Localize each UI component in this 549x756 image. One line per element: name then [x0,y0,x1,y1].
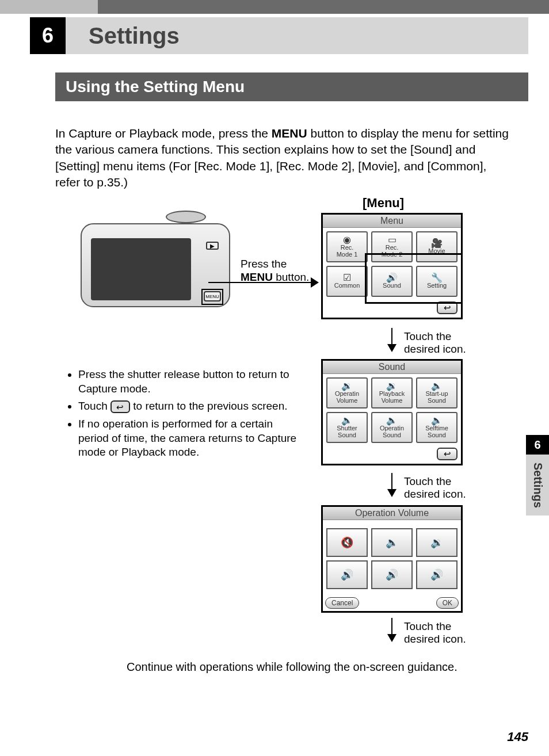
volume-level-1[interactable]: 🔈 [371,528,413,557]
press-line1: Press the [241,258,287,270]
opvol-screen-title: Operation Volume [323,507,461,520]
operation-volume-screen: Operation Volume 🔇 🔈 🔉 🔊 🔊 🔊 Cancel OK [321,505,463,613]
arrow-right-icon [208,282,318,283]
tip-2: Touch ↩ to return to the previous screen… [78,399,297,414]
volume-level-3[interactable]: 🔊 [326,560,368,589]
intro-pre: In Capture or Playback mode, press the [55,127,272,140]
ok-button[interactable]: OK [436,597,459,609]
camera-illustration: ▶ MENU [81,213,236,311]
speaker-icon: 🔈 [341,416,353,425]
tips-list: Press the shutter release button to retu… [55,368,297,463]
sound-screen-title: Sound [323,361,461,374]
speaker-icon: 🔈 [431,416,443,425]
press-menu-label: Press the MENU button. [241,258,309,284]
movie-icon: 🎥 [431,239,443,248]
tile-label: Sound [428,398,446,404]
tile-rec-mode-1[interactable]: ◉Rec.Mode 1 [326,231,368,262]
menu-word: MENU [272,127,307,140]
frame-icon: ▭ [388,235,396,245]
volume-level-4[interactable]: 🔊 [371,560,413,589]
arrow-down-icon [391,473,392,496]
tile-label: Sound [428,432,446,439]
continue-note: Continue with operations while following… [127,660,458,674]
touch-line1: Touch the [404,330,451,342]
touch-hint-1: Touch the desired icon. [404,330,466,356]
tile-label: Mode 1 [337,251,358,258]
press-line2b: button. [273,271,309,283]
tile-label: Common [334,282,360,289]
volume-level-5[interactable]: 🔊 [416,560,458,589]
tile-startup-sound[interactable]: 🔈Start-upSound [416,377,458,408]
side-tab-label: Settings [526,455,549,516]
tile-label: Volume [382,398,403,404]
chapter-number: 6 [30,17,66,54]
arrow-down-icon [391,618,392,641]
menu-button-highlight [201,289,223,305]
tip-2a: Touch [78,400,110,412]
arrow-down-icon [391,328,392,351]
touch-line2: desired icon. [404,633,466,645]
touch-hint-3: Touch the desired icon. [404,620,466,646]
menu-heading: [Menu] [363,196,404,211]
tile-label: Sound [338,432,356,439]
tile-label: Volume [337,398,358,404]
tip-3: If no operation is performed for a certa… [78,417,297,460]
volume-level-mute[interactable]: 🔇 [326,528,368,557]
back-button[interactable]: ↩ [437,448,458,460]
side-tab: 6 Settings [526,435,549,516]
tile-operation-sound[interactable]: 🔈OperatinSound [371,412,413,443]
menu-screen-title: Menu [323,215,461,228]
camera-body: ▶ MENU [81,223,230,307]
camera-icon: ◉ [343,235,351,245]
back-icon: ↩ [110,400,130,413]
tile-playback-volume[interactable]: 🔉PlaybackVolume [371,377,413,408]
chapter-title: Settings [89,23,180,49]
chapter-header: 6 Settings [30,17,528,54]
touch-line2: desired icon. [404,343,466,355]
tip-1: Press the shutter release button to retu… [78,368,297,396]
touch-line1: Touch the [404,475,451,487]
touch-line2: desired icon. [404,488,466,500]
touch-hint-2: Touch the desired icon. [404,475,466,501]
speaker-icon: 🔉 [341,381,353,391]
side-tab-number: 6 [526,435,549,455]
tile-operation-volume[interactable]: 🔉OperatinVolume [326,377,368,408]
check-icon: ☑ [343,273,351,282]
camera-play-icon: ▶ [206,242,219,250]
page-number: 145 [507,730,528,744]
intro-paragraph: In Capture or Playback mode, press the M… [55,125,509,190]
cancel-button[interactable]: Cancel [325,597,359,609]
selection-highlight [365,253,463,304]
camera-dial [166,211,206,223]
section-title: Using the Setting Menu [55,72,528,101]
tile-common[interactable]: ☑Common [326,266,368,297]
tile-selftimer-sound[interactable]: 🔈SelftimeSound [416,412,458,443]
touch-line1: Touch the [404,620,451,632]
camera-screen [91,238,191,300]
top-bar-dark [98,0,549,14]
tile-label: Sound [383,432,401,439]
tip-2b: to return to the previous screen. [130,400,288,412]
volume-level-2[interactable]: 🔉 [416,528,458,557]
speaker-icon: 🔈 [386,416,398,425]
speaker-icon: 🔉 [386,381,398,391]
press-menu-word: MENU [241,271,273,283]
tile-shutter-sound[interactable]: 🔈ShutterSound [326,412,368,443]
speaker-icon: 🔈 [431,381,443,391]
sound-screen: Sound 🔉OperatinVolume 🔉PlaybackVolume 🔈S… [321,359,463,465]
